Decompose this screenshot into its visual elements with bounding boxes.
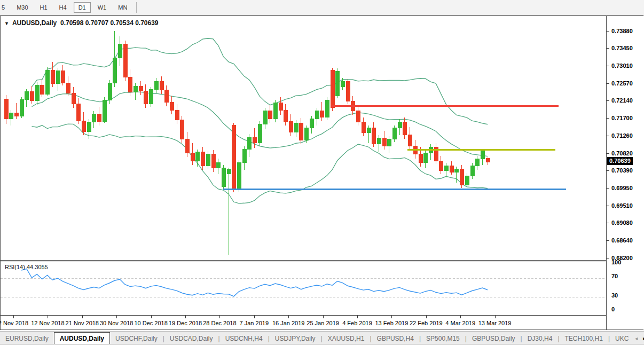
timeframe-button-m30[interactable]: M30 [12,2,33,13]
price-tick-label: 0.70820 [611,150,633,156]
price-tick-label: 0.68640 [611,237,633,244]
candle [253,128,257,148]
candle [4,95,8,124]
tab-usdchf-daily[interactable]: USDCHF,Daily [110,333,163,344]
timeframe-button-w1[interactable]: W1 [93,2,112,13]
price-tick [607,170,609,171]
candle [191,143,194,166]
candle [30,86,34,104]
price-tick-label: 0.73880 [611,28,633,34]
candle [300,118,303,144]
candle [476,156,480,170]
candle [248,134,252,157]
tab-usdcad-daily[interactable]: USDCAD,Daily [164,333,218,344]
candlestick-chart[interactable] [1,16,606,260]
rsi-label: RSI(14) 44.3055 [5,264,48,270]
date-tick-label: 12 Nov 2018 [31,320,64,326]
timeframe-toolbar: 5M30H1H4D1W1MN [0,0,644,15]
candle [289,114,293,136]
tab-ukc[interactable]: UKC [610,333,634,344]
candle [424,151,428,168]
date-tick-label: 7 Jan 2019 [240,320,269,326]
candle [165,85,169,106]
tab-sp500-m15[interactable]: SP500,M15 [421,333,465,344]
candle [129,69,132,96]
price-tick [607,188,609,189]
tab-gbpusd-daily[interactable]: GBPUSD,Daily [467,333,521,344]
date-tick [495,316,496,318]
candle [35,82,39,105]
timeframe-button-5[interactable]: 5 [0,2,10,13]
tab-dj30-h4[interactable]: DJ30,H4 [522,333,558,344]
candle [25,89,29,107]
ohlc-high: 0.70707 [85,19,108,27]
price-tick-label: 0.69950 [611,185,633,191]
chart-dropdown-arrow-icon[interactable]: ▼ [4,21,9,26]
timeframe-button-h1[interactable]: H1 [35,2,52,13]
candle [315,108,319,125]
candle [377,135,381,152]
date-tick-label: 16 Jan 2019 [272,320,305,326]
date-axis[interactable]: 2 Nov 201812 Nov 201821 Nov 201830 Nov 2… [1,316,606,330]
chart-window[interactable]: ▼AUDUSD,Daily 0.70598 0.70707 0.70534 0.… [0,15,643,330]
candle [429,144,433,160]
candles [4,31,490,255]
tab-usdjpy-daily[interactable]: USDJPY,Daily [270,333,321,344]
date-tick [82,316,83,318]
candle [242,146,246,170]
price-tick-label: 0.69080 [611,219,633,226]
price-tick [607,100,609,101]
candle [403,117,407,139]
ohlc-low: 0.70534 [110,19,133,27]
price-tick [607,153,609,154]
candle [398,119,402,135]
candle [196,150,200,167]
timeframe-button-mn[interactable]: MN [113,2,132,13]
candle [445,163,449,177]
price-tick [607,31,609,32]
candle [113,31,117,87]
price-tick-label: 0.70390 [611,167,633,174]
tab-xauusd-h1[interactable]: XAUUSD,H1 [323,333,370,344]
tab-eurusd-daily[interactable]: EURUSD,Daily [0,333,54,344]
candle [186,132,190,157]
tab-scroll-right-button[interactable]: ► [642,336,644,341]
tab-audusd-daily[interactable]: AUDUSD,Daily [54,332,110,345]
date-tick-label: 4 Feb 2019 [342,320,372,326]
price-tick [607,118,609,119]
timeframe-button-d1[interactable]: D1 [74,2,91,13]
candle [362,117,365,136]
candle [320,102,324,121]
tab-scroll-left-button[interactable]: ◄ [634,336,639,341]
price-axis[interactable]: 0.738800.734500.730100.725700.721400.717… [606,16,644,330]
date-tick-label: 10 Dec 2018 [134,320,167,326]
date-tick [288,316,289,318]
candle [258,121,262,146]
rsi-line [21,269,488,296]
rsi-scale-label: 100 [611,259,621,265]
chart-symbol: AUDUSD,Daily [12,19,57,27]
candle [481,150,484,166]
tab-tech100-h1[interactable]: TECH100,H1 [560,333,608,344]
price-tick-label: 0.71700 [611,115,633,121]
date-tick [185,316,186,318]
date-tick [323,316,324,318]
candle [460,165,464,188]
tab-usdcnh-h4[interactable]: USDCNH,H4 [220,333,268,344]
rsi-indicator-pane[interactable] [1,262,606,316]
price-tick [607,66,609,66]
current-price-badge: 0.70639 [607,157,633,165]
candle [450,161,453,175]
date-tick [219,316,220,318]
candle [346,79,350,104]
date-tick-label: 22 Feb 2019 [410,320,443,326]
ohlc-open: 0.70598 [60,19,83,27]
tab-gbpusd-h4[interactable]: GBPUSD,H4 [372,333,419,344]
candle [331,68,334,111]
date-tick [151,316,152,318]
candle [393,126,397,142]
timeframe-button-h4[interactable]: H4 [54,2,72,13]
price-tick-label: 0.73450 [611,45,633,51]
candle [150,87,153,107]
candle [465,173,469,186]
